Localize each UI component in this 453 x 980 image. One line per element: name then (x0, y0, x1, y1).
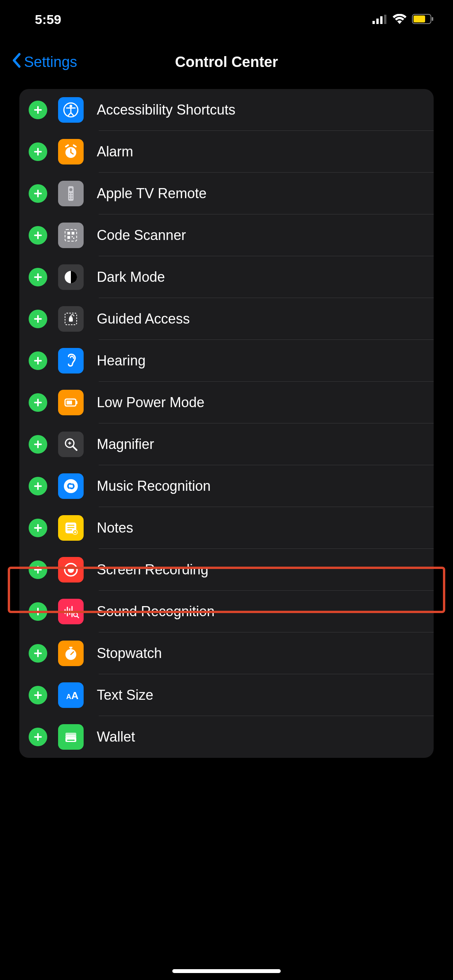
back-label: Settings (24, 54, 77, 70)
svg-point-20 (69, 195, 70, 197)
svg-text:A: A (71, 690, 79, 701)
svg-line-75 (77, 616, 79, 618)
notes-icon (58, 515, 84, 541)
control-row-magnifier[interactable]: Magnifier (19, 423, 434, 465)
control-row-sound-recognition[interactable]: Sound Recognition (19, 591, 434, 632)
add-button[interactable] (29, 142, 47, 161)
svg-rect-6 (432, 17, 433, 21)
svg-point-22 (69, 198, 70, 199)
alarm-icon (58, 139, 84, 164)
control-row-dark-mode[interactable]: Dark Mode (19, 256, 434, 298)
control-row-low-power-mode[interactable]: Low Power Mode (19, 382, 434, 423)
battery-icon (58, 390, 84, 415)
page-title: Control Center (175, 54, 278, 70)
control-row-accessibility-shortcuts[interactable]: Accessibility Shortcuts (19, 89, 434, 131)
control-label: Wallet (97, 729, 135, 745)
more-controls-list: Accessibility ShortcutsAlarmApple TV Rem… (19, 89, 434, 758)
shazam-icon (58, 473, 84, 499)
svg-point-23 (72, 198, 73, 199)
control-label: Music Recognition (97, 478, 211, 494)
control-label: Alarm (97, 144, 133, 160)
control-row-code-scanner[interactable]: Code Scanner (19, 214, 434, 256)
add-button[interactable] (29, 393, 47, 412)
control-row-alarm[interactable]: Alarm (19, 131, 434, 173)
add-button[interactable] (29, 226, 47, 245)
control-row-screen-recording[interactable]: Screen Recording (19, 549, 434, 591)
control-label: Magnifier (97, 436, 154, 452)
stopwatch-icon (58, 641, 84, 666)
add-button[interactable] (29, 519, 47, 537)
svg-rect-28 (72, 232, 74, 235)
navigation-bar: Settings Control Center (0, 39, 453, 85)
svg-point-19 (72, 193, 73, 194)
svg-rect-30 (72, 236, 73, 237)
svg-point-54 (64, 479, 78, 493)
status-time: 5:59 (35, 12, 61, 27)
add-button[interactable] (29, 477, 47, 495)
control-label: Sound Recognition (97, 603, 214, 620)
control-label: Apple TV Remote (97, 185, 206, 202)
add-button[interactable] (29, 728, 47, 746)
control-row-guided-access[interactable]: Guided Access (19, 298, 434, 340)
control-row-stopwatch[interactable]: Stopwatch (19, 632, 434, 674)
svg-rect-3 (384, 15, 386, 24)
svg-rect-79 (69, 647, 72, 648)
wallet-icon (58, 724, 84, 750)
control-label: Guided Access (97, 311, 190, 327)
accessibility-icon (58, 97, 84, 123)
textsize-icon: AA (58, 682, 84, 708)
back-button[interactable]: Settings (12, 53, 77, 72)
svg-rect-38 (69, 318, 73, 322)
ear-icon (58, 348, 84, 373)
home-indicator[interactable] (172, 969, 281, 973)
control-row-music-recognition[interactable]: Music Recognition (19, 465, 434, 507)
control-label: Accessibility Shortcuts (97, 102, 235, 118)
magnifier-icon (58, 432, 84, 457)
svg-rect-29 (67, 236, 70, 239)
add-button[interactable] (29, 560, 47, 579)
add-button[interactable] (29, 602, 47, 621)
guided-icon (58, 306, 84, 332)
control-label: Text Size (97, 687, 153, 703)
svg-rect-2 (380, 16, 383, 24)
control-row-notes[interactable]: Notes (19, 507, 434, 549)
svg-point-67 (68, 567, 74, 573)
control-row-wallet[interactable]: Wallet (19, 716, 434, 758)
add-button[interactable] (29, 435, 47, 454)
svg-rect-44 (67, 401, 72, 404)
svg-point-17 (69, 188, 72, 191)
control-label: Code Scanner (97, 227, 186, 243)
cellular-icon (372, 12, 387, 27)
remote-icon (58, 181, 84, 206)
battery-icon (412, 12, 434, 27)
control-label: Dark Mode (97, 269, 165, 285)
control-row-hearing[interactable]: Hearing (19, 340, 434, 382)
svg-text:A: A (66, 693, 71, 701)
svg-rect-1 (376, 19, 379, 24)
record-icon (58, 557, 84, 583)
add-button[interactable] (29, 351, 47, 370)
qr-icon (58, 223, 84, 248)
add-button[interactable] (29, 644, 47, 663)
add-button[interactable] (29, 101, 47, 119)
svg-point-21 (72, 195, 73, 197)
svg-rect-26 (65, 230, 77, 241)
svg-rect-5 (414, 15, 425, 22)
svg-rect-91 (67, 740, 75, 741)
add-button[interactable] (29, 184, 47, 203)
add-button[interactable] (29, 310, 47, 328)
add-button[interactable] (29, 268, 47, 286)
svg-point-18 (69, 193, 70, 194)
svg-point-10 (70, 105, 72, 108)
add-button[interactable] (29, 686, 47, 704)
status-bar: 5:59 (0, 0, 453, 39)
control-label: Hearing (97, 353, 146, 369)
sound-icon (58, 599, 84, 624)
control-row-text-size[interactable]: AAText Size (19, 674, 434, 716)
chevron-left-icon (12, 53, 21, 72)
control-row-apple-tv-remote[interactable]: Apple TV Remote (19, 173, 434, 214)
darkmode-icon (58, 264, 84, 290)
control-label: Stopwatch (97, 645, 162, 661)
svg-rect-27 (67, 232, 70, 235)
svg-rect-45 (76, 401, 77, 404)
